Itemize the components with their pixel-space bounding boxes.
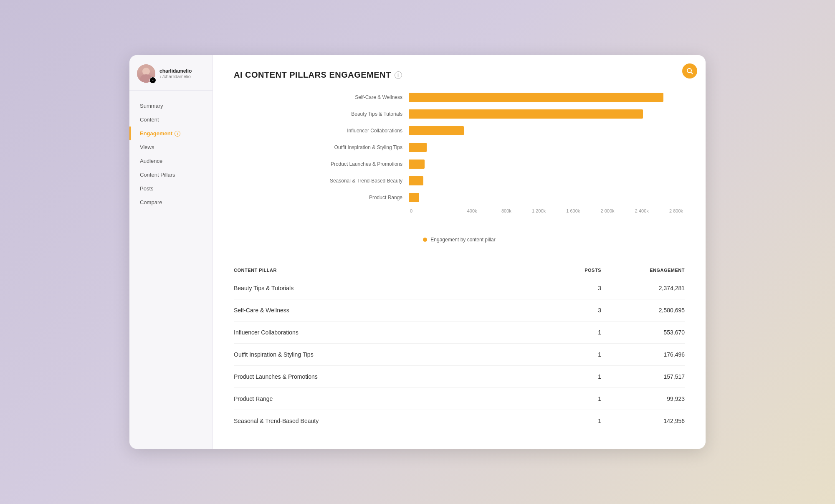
x-tick: 1 200k: [513, 208, 547, 213]
table-row: Product Launches & Promotions1157,517: [234, 366, 685, 388]
page-title-info-icon: i: [395, 71, 402, 79]
page-title-text: AI CONTENT PILLARS ENGAGEMENT: [234, 70, 391, 80]
sidebar-item-content-pillars[interactable]: Content Pillars: [129, 168, 213, 182]
bar-track: [409, 126, 685, 135]
bar-fill: [409, 176, 423, 185]
td-pillar: Seasonal & Trend-Based Beauty: [234, 418, 518, 424]
table-row: Beauty Tips & Tutorials32,374,281: [234, 277, 685, 299]
sidebar: ♪ charlidamelio ♪ /charlidamelio Summary…: [129, 55, 213, 449]
td-posts: 1: [518, 329, 601, 336]
page-title: AI CONTENT PILLARS ENGAGEMENT i: [234, 70, 685, 80]
bar-label: Self-Care & Wellness: [321, 94, 409, 100]
td-pillar: Product Launches & Promotions: [234, 373, 518, 380]
handle-text: /charlidamelio: [162, 74, 191, 79]
x-tick: 800k: [479, 208, 513, 213]
legend-label: Engagement by content pillar: [430, 237, 495, 243]
bar-label: Beauty Tips & Tutorials: [321, 111, 409, 117]
th-pillar: CONTENT PILLAR: [234, 268, 518, 273]
chart-legend: Engagement by content pillar: [234, 237, 685, 243]
td-pillar: Self-Care & Wellness: [234, 307, 518, 314]
td-engagement: 99,923: [601, 395, 685, 402]
x-tick: 400k: [444, 208, 478, 213]
th-engagement: ENGAGEMENT: [601, 268, 685, 273]
bar-row: Outfit Inspiration & Styling Tips: [321, 142, 685, 153]
x-tick: 2 800k: [650, 208, 685, 213]
sidebar-item-summary[interactable]: Summary: [129, 99, 213, 113]
x-tick: 2 400k: [616, 208, 650, 213]
bar-fill: [409, 109, 643, 119]
td-engagement: 142,956: [601, 418, 685, 424]
table-header: CONTENT PILLAR POSTS ENGAGEMENT: [234, 263, 685, 277]
td-pillar: Outfit Inspiration & Styling Tips: [234, 351, 518, 358]
td-posts: 3: [518, 285, 601, 291]
bar-track: [409, 193, 685, 202]
sidebar-item-content[interactable]: Content: [129, 113, 213, 127]
profile-handle: ♪ /charlidamelio: [159, 74, 205, 79]
sidebar-item-posts[interactable]: Posts: [129, 182, 213, 195]
x-axis: 0400k800k1 200k1 600k2 000k2 400k2 800k: [321, 208, 685, 213]
chart-section: Self-Care & WellnessBeauty Tips & Tutori…: [234, 91, 685, 243]
bar-track: [409, 143, 685, 152]
td-engagement: 176,496: [601, 351, 685, 358]
sidebar-item-label: Content Pillars: [140, 172, 203, 178]
x-tick: 1 600k: [547, 208, 582, 213]
chart-bars: Self-Care & WellnessBeauty Tips & Tutori…: [321, 91, 685, 203]
sidebar-item-label: Summary: [140, 103, 203, 109]
sidebar-item-label: Posts: [140, 185, 203, 192]
main-content: AI CONTENT PILLARS ENGAGEMENT i Self-Car…: [213, 55, 706, 449]
profile-section: ♪ charlidamelio ♪ /charlidamelio: [129, 55, 213, 91]
bar-label: Influencer Collaborations: [321, 128, 409, 134]
bar-label: Outfit Inspiration & Styling Tips: [321, 144, 409, 150]
nav-list: Summary Content Engagement i Views Audie…: [129, 91, 213, 218]
td-engagement: 157,517: [601, 373, 685, 380]
table-row: Self-Care & Wellness32,580,695: [234, 299, 685, 322]
sidebar-item-audience[interactable]: Audience: [129, 154, 213, 168]
bar-track: [409, 93, 685, 102]
td-posts: 1: [518, 351, 601, 358]
x-tick: 0: [409, 208, 444, 213]
handle-icon: ♪: [159, 74, 162, 79]
bar-track: [409, 176, 685, 185]
table-row: Product Range199,923: [234, 388, 685, 410]
th-posts: POSTS: [518, 268, 601, 273]
td-engagement: 2,374,281: [601, 285, 685, 291]
bar-label: Product Launches & Promotions: [321, 161, 409, 167]
bar-label: Product Range: [321, 195, 409, 200]
avatar-wrap: ♪: [137, 64, 155, 83]
sidebar-item-engagement[interactable]: Engagement i: [129, 127, 213, 140]
td-posts: 1: [518, 373, 601, 380]
bar-track: [409, 109, 685, 119]
legend-dot: [423, 238, 427, 242]
x-tick: 2 000k: [582, 208, 616, 213]
sidebar-item-label: Engagement i: [140, 130, 203, 137]
bar-fill: [409, 93, 663, 102]
td-engagement: 2,580,695: [601, 307, 685, 314]
sidebar-item-compare[interactable]: Compare: [129, 195, 213, 209]
profile-info: charlidamelio ♪ /charlidamelio: [159, 68, 205, 79]
bar-fill: [409, 160, 425, 169]
sidebar-item-label: Compare: [140, 199, 203, 205]
bar-fill: [409, 143, 427, 152]
bar-row: Seasonal & Trend-Based Beauty: [321, 175, 685, 187]
bar-row: Product Launches & Promotions: [321, 158, 685, 170]
table-row: Outfit Inspiration & Styling Tips1176,49…: [234, 344, 685, 366]
tiktok-badge: ♪: [149, 77, 156, 84]
td-pillar: Beauty Tips & Tutorials: [234, 285, 518, 291]
table-row: Influencer Collaborations1553,670: [234, 322, 685, 344]
search-button[interactable]: [682, 63, 697, 79]
bar-row: Beauty Tips & Tutorials: [321, 108, 685, 120]
engagement-info-icon: i: [175, 131, 180, 137]
td-posts: 1: [518, 395, 601, 402]
bar-row: Self-Care & Wellness: [321, 91, 685, 103]
td-pillar: Product Range: [234, 395, 518, 402]
table-section: CONTENT PILLAR POSTS ENGAGEMENT Beauty T…: [234, 263, 685, 432]
sidebar-item-views[interactable]: Views: [129, 140, 213, 154]
svg-line-1: [691, 72, 693, 74]
sidebar-item-label: Views: [140, 144, 203, 150]
sidebar-item-label: Content: [140, 117, 203, 123]
td-posts: 1: [518, 418, 601, 424]
app-container: ♪ charlidamelio ♪ /charlidamelio Summary…: [129, 55, 706, 449]
search-icon: [686, 68, 693, 74]
table-rows: Beauty Tips & Tutorials32,374,281Self-Ca…: [234, 277, 685, 432]
bar-fill: [409, 193, 419, 202]
